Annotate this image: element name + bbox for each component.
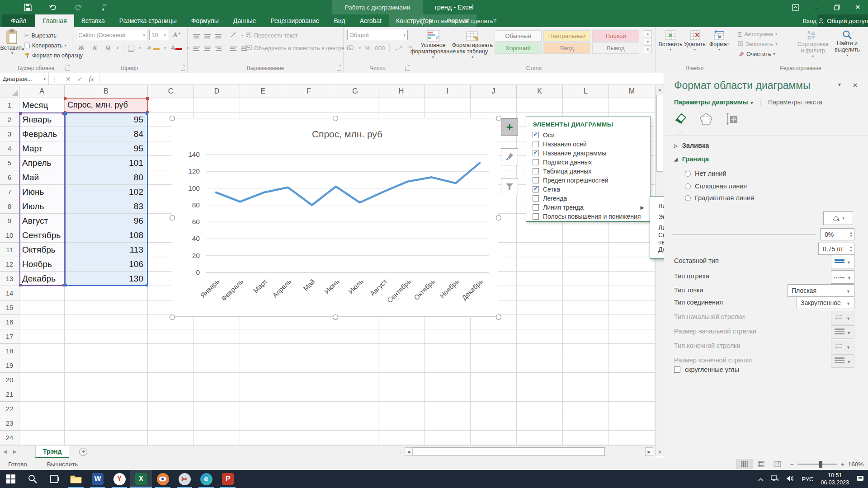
save-icon[interactable] bbox=[22, 2, 33, 13]
underline-button[interactable]: Ч bbox=[104, 44, 112, 52]
wrap-text-button[interactable]: Перенести текст bbox=[245, 31, 297, 40]
align-top-icon[interactable] bbox=[193, 33, 200, 38]
cell-A11[interactable]: Октябрь bbox=[19, 243, 65, 257]
cell-I20[interactable] bbox=[425, 373, 471, 387]
cell-A23[interactable] bbox=[19, 416, 65, 431]
checkbox-icon[interactable] bbox=[533, 141, 539, 147]
alignment-dialog-launcher[interactable] bbox=[337, 66, 341, 71]
cell-K12[interactable] bbox=[517, 257, 563, 272]
sort-filter-button[interactable]: АЯ Сортировка и фильтр▾ bbox=[796, 29, 830, 58]
new-sheet-icon[interactable]: + bbox=[79, 448, 87, 456]
customize-qat-icon[interactable]: ▔▾ bbox=[98, 2, 109, 13]
task-pane-close-icon[interactable]: ✕ bbox=[852, 81, 858, 89]
vertical-scrollbar[interactable]: ▲ ▼ bbox=[655, 85, 664, 456]
row-header-24[interactable]: 24 bbox=[0, 431, 19, 445]
cell-I18[interactable] bbox=[425, 344, 471, 358]
view-normal-icon[interactable] bbox=[736, 459, 753, 469]
cell-C19[interactable] bbox=[148, 358, 194, 373]
cell-B15[interactable] bbox=[65, 300, 148, 315]
row-header-10[interactable]: 10 bbox=[0, 228, 19, 243]
cell-D24[interactable] bbox=[194, 431, 240, 445]
cell-A10[interactable]: Сентябрь bbox=[19, 228, 65, 243]
cell-F1[interactable] bbox=[286, 98, 332, 113]
cell-F24[interactable] bbox=[286, 431, 332, 445]
cell-B13[interactable]: 130 bbox=[65, 272, 148, 286]
cell-I17[interactable] bbox=[425, 329, 471, 344]
ribbon-tab-6[interactable]: Рецензирование bbox=[263, 14, 326, 27]
cell-I24[interactable] bbox=[425, 431, 471, 445]
column-header-E[interactable]: E bbox=[240, 85, 286, 98]
cell-L21[interactable] bbox=[563, 387, 609, 402]
rounded-corners-checkbox[interactable]: скругленные углы bbox=[674, 366, 739, 373]
taskbar-start-icon[interactable] bbox=[0, 470, 22, 488]
cell-E19[interactable] bbox=[240, 358, 286, 373]
cell-G23[interactable] bbox=[332, 416, 378, 431]
fill-button[interactable]: Заполнить▾ bbox=[738, 39, 777, 49]
row-header-7[interactable]: 7 bbox=[0, 185, 19, 199]
cell-J17[interactable] bbox=[471, 329, 517, 344]
cell-M14[interactable] bbox=[609, 286, 655, 300]
chart-selection-handle[interactable] bbox=[170, 315, 175, 320]
radio-gradient-line[interactable]: Градиентная линия bbox=[685, 194, 754, 202]
cell-A24[interactable] bbox=[19, 431, 65, 445]
chart-selection-handle[interactable] bbox=[333, 315, 338, 320]
cell-K23[interactable] bbox=[517, 416, 563, 431]
cell-A21[interactable] bbox=[19, 387, 65, 402]
section-border[interactable]: ◢Граница bbox=[674, 155, 709, 163]
cell-L14[interactable] bbox=[563, 286, 609, 300]
sheet-prev-icon[interactable]: ◀ bbox=[0, 449, 10, 455]
horizontal-scroll-thumb[interactable] bbox=[413, 447, 605, 456]
cell-G19[interactable] bbox=[332, 358, 378, 373]
font-size-combo[interactable]: 10▾ bbox=[149, 30, 168, 40]
checkbox-icon[interactable] bbox=[533, 195, 539, 202]
cell-B6[interactable]: 80 bbox=[65, 170, 148, 185]
cell-H21[interactable] bbox=[378, 387, 425, 402]
zoom-slider[interactable] bbox=[797, 464, 837, 465]
cell-L20[interactable] bbox=[563, 373, 609, 387]
cell-H18[interactable] bbox=[378, 344, 425, 358]
paste-button[interactable]: Вставить▾ bbox=[2, 29, 23, 56]
radio-no-line[interactable]: Нет линий bbox=[685, 170, 726, 177]
column-header-H[interactable]: H bbox=[378, 85, 425, 98]
cell-J18[interactable] bbox=[471, 344, 517, 358]
cell-D21[interactable] bbox=[194, 387, 240, 402]
cell-I23[interactable] bbox=[425, 416, 471, 431]
section-fill[interactable]: ▷Заливка bbox=[674, 142, 709, 149]
cell-D23[interactable] bbox=[194, 416, 240, 431]
ribbon-display-options-icon[interactable] bbox=[785, 0, 806, 14]
tab-chart-options[interactable]: Параметры диаграммы ▼ bbox=[674, 99, 754, 106]
cell-K13[interactable] bbox=[517, 272, 563, 286]
row-header-23[interactable]: 23 bbox=[0, 416, 19, 431]
row-header-21[interactable]: 21 bbox=[0, 387, 19, 402]
cell-A22[interactable] bbox=[19, 402, 65, 416]
scroll-down-icon[interactable]: ▼ bbox=[656, 448, 664, 456]
cell-K11[interactable] bbox=[517, 243, 563, 257]
cell-L24[interactable] bbox=[563, 431, 609, 445]
ribbon-tab-0[interactable]: Файл bbox=[2, 14, 35, 27]
cell-A12[interactable]: Ноябрь bbox=[19, 257, 65, 272]
cell-M16[interactable] bbox=[609, 315, 655, 329]
cell-F23[interactable] bbox=[286, 416, 332, 431]
cell-K14[interactable] bbox=[517, 286, 563, 300]
chart-title[interactable]: Спрос, млн. руб bbox=[312, 129, 382, 139]
cell-K1[interactable] bbox=[517, 98, 563, 113]
undo-icon[interactable] bbox=[47, 2, 59, 13]
cell-D20[interactable] bbox=[194, 373, 240, 387]
row-header-5[interactable]: 5 bbox=[0, 156, 19, 170]
sheet-tab-trend[interactable]: Трэнд bbox=[35, 446, 69, 458]
cell-L23[interactable] bbox=[563, 416, 609, 431]
cell-A15[interactable] bbox=[19, 300, 65, 315]
increase-decimal-icon[interactable]: ←,0 bbox=[394, 45, 402, 51]
checkbox-icon[interactable] bbox=[533, 150, 539, 156]
ribbon-tab-7[interactable]: Вид bbox=[326, 14, 352, 27]
cell-J23[interactable] bbox=[471, 416, 517, 431]
cell-style-5[interactable]: Вывод bbox=[592, 42, 639, 54]
chart-selection-handle[interactable] bbox=[496, 116, 501, 121]
column-header-A[interactable]: A bbox=[19, 85, 65, 98]
cell-M20[interactable] bbox=[609, 373, 655, 387]
row-header-6[interactable]: 6 bbox=[0, 170, 19, 185]
select-all-corner[interactable] bbox=[0, 85, 19, 98]
cell-A4[interactable]: Март bbox=[19, 141, 65, 156]
font-dialog-launcher[interactable] bbox=[181, 66, 185, 71]
cell-A9[interactable]: Август bbox=[19, 214, 65, 228]
